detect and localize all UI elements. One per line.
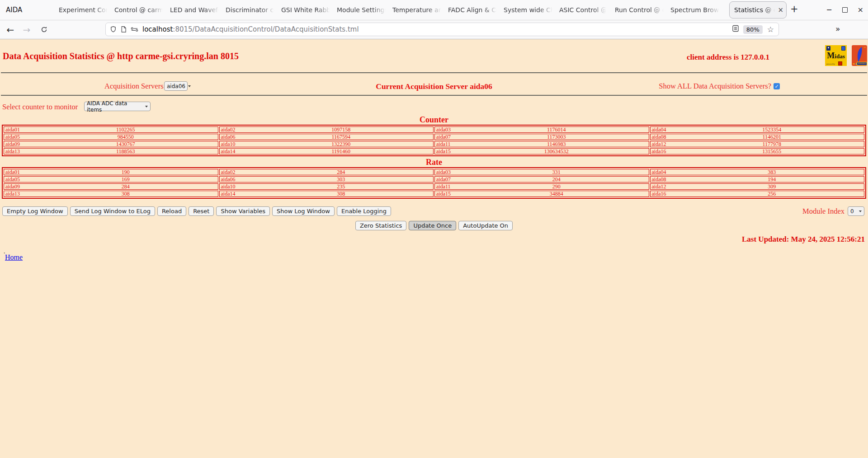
browser-tab[interactable]: Spectrum Brows — [670, 0, 726, 20]
stat-name: aida08 — [651, 134, 680, 140]
page-info-icon[interactable] — [121, 26, 127, 33]
stat-value: 256 — [680, 191, 864, 196]
stat-value: 309 — [680, 184, 864, 189]
module-index-select[interactable]: 0 — [848, 206, 864, 216]
log-button[interactable]: Reset — [189, 206, 214, 216]
stat-value: 1167594 — [249, 134, 434, 140]
tab-close-icon[interactable]: × — [778, 7, 783, 14]
tab-strip: Experiment ContControl @ carmLED and Wav… — [59, 0, 726, 20]
browser-tab[interactable]: FADC Align & Co — [448, 0, 504, 20]
divider — [1, 95, 867, 96]
browser-tab-label: FADC Align & Co — [448, 6, 498, 14]
window-close-icon[interactable]: × — [858, 6, 863, 14]
rate-table: aida01190aida02284aida03331aida04383aida… — [2, 167, 866, 199]
browser-tab-label: Temperature an — [392, 6, 442, 14]
stat-cell: aida131188563 — [4, 148, 218, 154]
log-button[interactable]: Enable Logging — [337, 206, 391, 216]
browser-tab[interactable]: Temperature an — [392, 0, 448, 20]
log-button[interactable]: Empty Log Window — [2, 206, 68, 216]
stat-cell: aida04383 — [650, 169, 865, 175]
browser-tab[interactable]: Control @ carm — [114, 0, 170, 20]
home-link[interactable]: Home — [5, 253, 23, 262]
stat-value: 1191460 — [249, 149, 434, 154]
zoom-level-badge[interactable]: 80% — [743, 25, 763, 34]
browser-tab[interactable]: Run Control @ c — [615, 0, 670, 20]
stat-name: aida01 — [4, 127, 33, 132]
stat-cell: aida03331 — [434, 169, 649, 175]
stat-cell: aida161315655 — [650, 148, 865, 154]
reader-view-icon[interactable] — [732, 25, 739, 34]
table-row: aida091430767aida101322390aida111146983a… — [4, 141, 864, 147]
midas-logo-text: Midas — [825, 51, 847, 61]
action-button[interactable]: Zero Statistics — [355, 221, 406, 230]
action-button[interactable]: Update Once — [409, 221, 456, 230]
forward-icon[interactable]: → — [20, 20, 33, 39]
divider — [1, 72, 867, 73]
action-button[interactable]: AutoUpdate On — [458, 221, 513, 230]
stat-value: 984550 — [33, 134, 218, 140]
log-button[interactable]: Send Log Window to ELog — [70, 206, 155, 216]
log-button[interactable]: Show Log Window — [272, 206, 335, 216]
overflow-menu-icon[interactable]: » — [835, 24, 839, 33]
log-button[interactable]: Show Variables — [216, 206, 270, 216]
stat-value: 1146201 — [680, 134, 864, 140]
shield-icon[interactable] — [110, 26, 117, 33]
browser-tab[interactable]: LED and Wavefo — [170, 0, 226, 20]
show-all-servers-checkbox[interactable]: ✓ — [774, 83, 780, 89]
stat-value: 1322390 — [249, 141, 434, 147]
stat-name: aida16 — [651, 191, 680, 196]
stat-name: aida03 — [435, 127, 464, 132]
stat-name: aida04 — [651, 127, 680, 132]
browser-nav-bar: ← → localhost:8015/DataAcquisitionContro… — [0, 20, 868, 39]
stat-cell: aida07204 — [434, 176, 649, 182]
browser-tab[interactable]: Discriminator co — [226, 0, 281, 20]
stat-value: 1173003 — [464, 134, 649, 140]
tab-statistics-active[interactable]: Statistics @ c × — [729, 1, 787, 19]
stat-name: aida08 — [651, 177, 680, 182]
stat-value: 1146983 — [464, 141, 649, 147]
counter-monitor-select[interactable]: AIDA ADC data items — [84, 102, 151, 111]
stat-name: aida14 — [220, 149, 249, 154]
stat-cell: aida15130634532 — [434, 148, 649, 154]
stat-value: 383 — [680, 169, 864, 175]
browser-tab-label: ASIC Control @ — [559, 6, 607, 14]
stat-name: aida03 — [435, 169, 464, 175]
window-title: AIDA — [6, 6, 22, 14]
rate-heading: Rate — [0, 158, 868, 167]
connection-icon[interactable] — [131, 26, 138, 33]
browser-tab-label: Run Control @ c — [615, 6, 665, 14]
back-icon[interactable]: ← — [4, 20, 17, 39]
stat-name: aida11 — [435, 184, 464, 189]
url-bar[interactable]: localhost:8015/DataAcquisitionControl/Da… — [105, 23, 779, 36]
reload-icon[interactable] — [37, 20, 51, 39]
browser-tab-label: Spectrum Brows — [670, 6, 720, 14]
browser-tab[interactable]: System wide Ch — [504, 0, 559, 20]
browser-tab[interactable]: Experiment Cont — [59, 0, 114, 20]
browser-tab[interactable]: ASIC Control @ — [559, 0, 615, 20]
tcl-logo[interactable]: '' TCL POWERED — [852, 45, 867, 66]
window-minimize-icon[interactable]: − — [826, 6, 832, 14]
action-button-row: Zero StatisticsUpdate OnceAutoUpdate On — [0, 221, 868, 230]
stat-cell: aida08194 — [650, 176, 865, 182]
new-tab-button[interactable]: + — [790, 4, 798, 14]
stat-name: aida02 — [220, 169, 249, 175]
stat-cell: aida10235 — [219, 183, 434, 190]
active-tab-label: Statistics @ c — [734, 6, 776, 14]
browser-tab-label: Control @ carm — [114, 6, 164, 14]
browser-tab[interactable]: Module Settings — [337, 0, 392, 20]
stat-value: 290 — [464, 184, 649, 189]
bookmark-star-icon[interactable]: ☆ — [767, 25, 774, 34]
browser-tab[interactable]: GSI White Rabbi — [281, 0, 337, 20]
stat-name: aida12 — [651, 141, 680, 147]
window-maximize-icon[interactable] — [842, 7, 848, 13]
log-button[interactable]: Reload — [157, 206, 186, 216]
counter-heading: Counter — [0, 115, 868, 125]
table-row: aida011102265aida021097158aida031176014a… — [4, 126, 864, 133]
midas-logo[interactable]: Midas powered by — [825, 45, 847, 66]
browser-tab-label: GSI White Rabbi — [281, 6, 331, 14]
stat-value: 1177978 — [680, 141, 864, 147]
stat-name: aida05 — [4, 177, 33, 182]
stat-name: aida12 — [651, 184, 680, 189]
browser-tab-label: LED and Wavefo — [170, 6, 220, 14]
show-all-servers-label: Show ALL Data Acquisition Servers? — [659, 82, 771, 91]
